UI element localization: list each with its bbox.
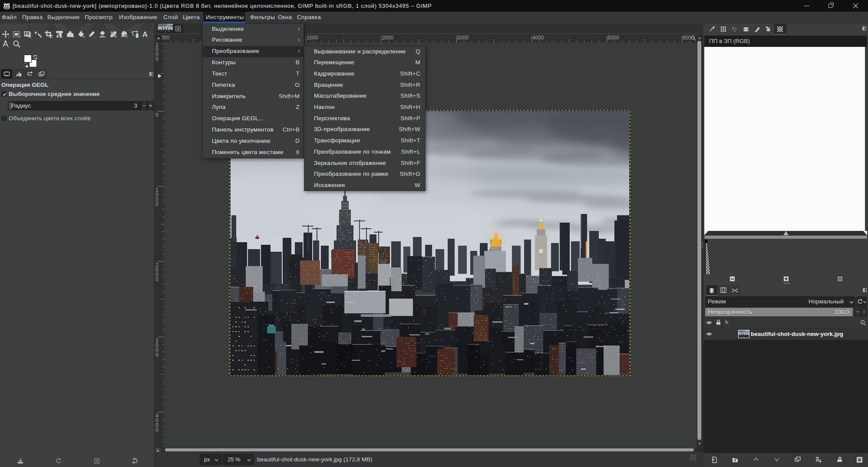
svg-text:c: c: [734, 29, 736, 32]
svg-text:A: A: [142, 30, 148, 38]
svg-text:i: i: [19, 73, 20, 77]
